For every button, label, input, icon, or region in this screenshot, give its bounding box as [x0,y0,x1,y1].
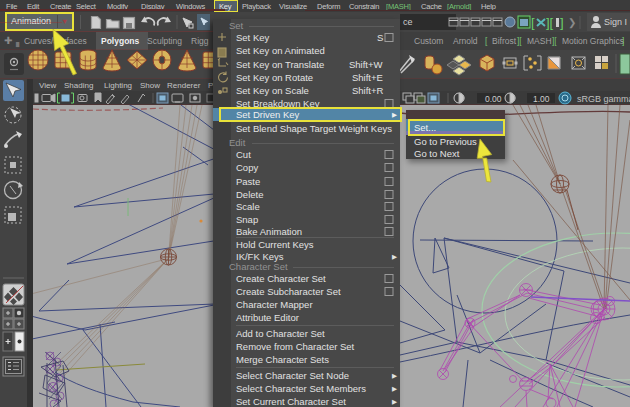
svg-text:❯: ❯ [568,17,576,29]
svg-text:1.00: 1.00 [533,94,550,104]
svg-text:0.00: 0.00 [485,94,502,104]
svg-text:[: [ [531,15,535,30]
svg-text:sRGB gamma: sRGB gamma [577,94,630,104]
svg-text:]: ] [560,15,564,30]
svg-text:][: ][ [546,15,554,30]
